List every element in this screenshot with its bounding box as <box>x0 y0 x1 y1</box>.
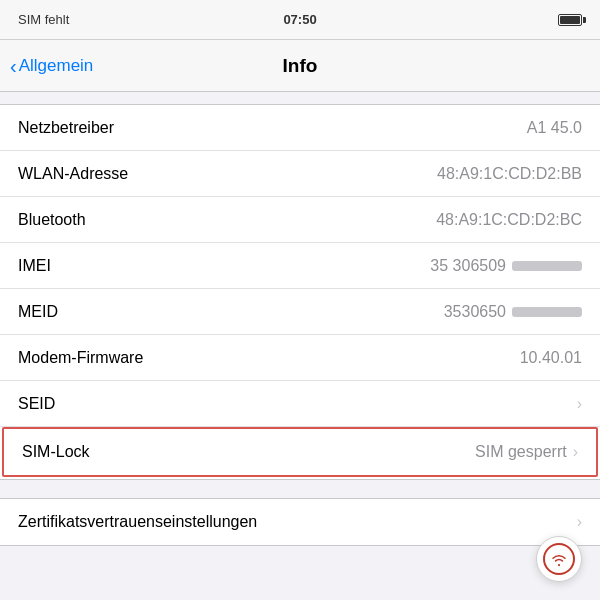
wlan-row: WLAN-Adresse 48:A9:1C:CD:D2:BB <box>0 151 600 197</box>
wlan-label: WLAN-Adresse <box>18 165 128 183</box>
battery-area <box>558 14 582 26</box>
cert-chevron-icon: › <box>577 513 582 531</box>
bluetooth-label: Bluetooth <box>18 211 86 229</box>
cert-section: Zertifikatsvertrauenseinstellungen › <box>0 498 600 546</box>
netzbetreiber-value: A1 45.0 <box>527 119 582 137</box>
sim-lock-highlight: SIM-Lock SIM gesperrt › <box>2 427 598 477</box>
imei-redacted-bar <box>512 261 582 271</box>
page-title: Info <box>283 55 318 77</box>
content-area: Netzbetreiber A1 45.0 WLAN-Adresse 48:A9… <box>0 92 600 546</box>
cert-label: Zertifikatsvertrauenseinstellungen <box>18 513 257 531</box>
floating-btn-inner <box>543 543 575 575</box>
sim-lock-row[interactable]: SIM-Lock SIM gesperrt › <box>4 429 596 475</box>
back-label: Allgemein <box>19 56 94 76</box>
meid-row: MEID 3530650 <box>0 289 600 335</box>
meid-value: 3530650 <box>444 303 582 321</box>
back-button[interactable]: ‹ Allgemein <box>10 56 93 76</box>
seid-chevron-icon: › <box>577 395 582 413</box>
sim-status: SIM fehlt <box>18 12 69 27</box>
floating-action-button[interactable] <box>536 536 582 582</box>
info-section: Netzbetreiber A1 45.0 WLAN-Adresse 48:A9… <box>0 104 600 480</box>
meid-label: MEID <box>18 303 58 321</box>
wifi-signal-icon <box>550 550 568 568</box>
wlan-value: 48:A9:1C:CD:D2:BB <box>437 165 582 183</box>
modem-firmware-value: 10.40.01 <box>520 349 582 367</box>
cert-row[interactable]: Zertifikatsvertrauenseinstellungen › <box>0 499 600 545</box>
meid-redacted-bar <box>512 307 582 317</box>
sim-lock-label: SIM-Lock <box>22 443 90 461</box>
back-chevron-icon: ‹ <box>10 56 17 76</box>
battery-icon <box>558 14 582 26</box>
imei-value: 35 306509 <box>430 257 582 275</box>
modem-firmware-row: Modem-Firmware 10.40.01 <box>0 335 600 381</box>
sim-lock-value: SIM gesperrt <box>475 443 567 461</box>
nav-bar: ‹ Allgemein Info <box>0 40 600 92</box>
seid-label: SEID <box>18 395 55 413</box>
imei-label: IMEI <box>18 257 51 275</box>
status-bar: SIM fehlt 07:50 <box>0 0 600 40</box>
bluetooth-value: 48:A9:1C:CD:D2:BC <box>436 211 582 229</box>
bluetooth-row: Bluetooth 48:A9:1C:CD:D2:BC <box>0 197 600 243</box>
status-time: 07:50 <box>283 12 316 27</box>
imei-row: IMEI 35 306509 <box>0 243 600 289</box>
netzbetreiber-label: Netzbetreiber <box>18 119 114 137</box>
seid-row[interactable]: SEID › <box>0 381 600 427</box>
modem-firmware-label: Modem-Firmware <box>18 349 143 367</box>
netzbetreiber-row: Netzbetreiber A1 45.0 <box>0 105 600 151</box>
sim-lock-chevron-icon: › <box>573 443 578 461</box>
